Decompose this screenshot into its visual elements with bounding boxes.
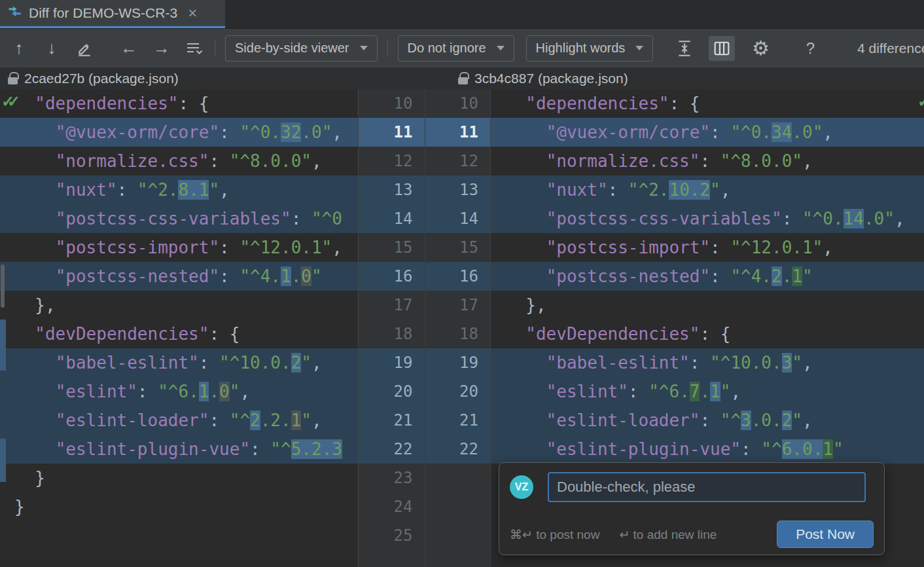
code-line[interactable]: "babel-eslint": "^10.0.2",	[0, 348, 358, 377]
comment-input[interactable]	[548, 472, 866, 502]
gutter-row: 23	[359, 464, 490, 492]
code-line[interactable]: "babel-eslint": "^10.0.3",	[491, 348, 924, 377]
diff-icon	[8, 6, 22, 20]
gutter-row: 1414	[359, 204, 490, 233]
gutter-row: 1818	[359, 320, 490, 348]
left-file-header: 2caed27b (package.json)	[8, 68, 179, 89]
code-line[interactable]: "nuxt": "^2.8.1",	[0, 175, 358, 204]
code-line[interactable]: "@vuex-orm/core": "^0.34.0",	[491, 118, 924, 147]
code-line[interactable]: "eslint-loader": "^2.2.1",	[0, 406, 358, 435]
approved-check-icon: ✓✓	[1, 92, 13, 111]
scrollbar-thumb[interactable]	[1, 265, 5, 308]
code-line[interactable]: "normalize.css": "^8.0.0",	[0, 147, 358, 175]
code-line[interactable]	[0, 521, 358, 550]
post-now-button[interactable]: Post Now	[777, 521, 874, 548]
comment-popup: VZ ⌘↵ to post now ↵ to add new line Post…	[499, 462, 885, 555]
diff-editor: "dependencies": { "@vuex-orm/core": "^0.…	[0, 89, 924, 567]
change-marker	[0, 439, 6, 482]
right-file-header: 3cb4c887 (package.json)	[458, 68, 628, 89]
ignore-policy-dropdown[interactable]: Do not ignore	[398, 35, 514, 62]
code-line[interactable]: "dependencies": {	[491, 89, 924, 118]
gutter-row: 2222	[359, 435, 490, 464]
ignore-policy-label: Do not ignore	[408, 41, 486, 56]
gutter-row: 1313	[359, 175, 490, 204]
lock-icon	[458, 77, 468, 84]
differences-count: 4 differences	[857, 41, 924, 56]
toolbar-separator	[215, 40, 215, 57]
code-line[interactable]: "normalize.css": "^8.0.0",	[491, 147, 924, 175]
code-line[interactable]: "postcss-nested": "^4.2.1"	[491, 262, 924, 291]
gutter-row: 2020	[359, 377, 490, 406]
gutter-row: 1616	[359, 262, 490, 291]
close-tab-icon[interactable]: ×	[188, 5, 197, 21]
help-icon[interactable]: ?	[794, 34, 826, 63]
highlight-mode-label: Highlight words	[536, 41, 626, 56]
settings-gear-icon[interactable]: ⚙	[744, 34, 777, 63]
comment-input-row: VZ	[510, 472, 874, 502]
right-file-label: 3cb4c887 (package.json)	[474, 71, 628, 86]
two-side-viewer-toggle[interactable]	[709, 36, 735, 61]
code-line[interactable]: "devDependencies": {	[0, 320, 358, 348]
gutter-row: 1717	[359, 291, 490, 320]
chevron-down-icon	[497, 46, 505, 50]
post-shortcut-hint: ⌘↵ to post now	[510, 527, 599, 542]
code-line[interactable]: "postcss-css-variables": "^0	[0, 204, 358, 233]
diff-tab[interactable]: Diff for DEMO-WS-CR-3 ×	[0, 0, 225, 28]
gutter-row: 1010	[359, 89, 490, 118]
chevron-down-icon	[635, 46, 643, 50]
edit-icon[interactable]	[68, 34, 101, 63]
avatar: VZ	[510, 475, 533, 499]
code-line[interactable]: "eslint-plugin-vue": "^5.2.3	[0, 435, 358, 464]
code-line[interactable]: "nuxt": "^2.10.2",	[491, 175, 924, 204]
gutter-row: 24	[359, 492, 490, 521]
forward-icon[interactable]: →	[145, 34, 178, 63]
file-headers: 2caed27b (package.json) 3cb4c887 (packag…	[0, 68, 924, 89]
code-line[interactable]: "postcss-import": "^12.0.1",	[491, 233, 924, 262]
center-gutter: 1010111112121313141415151616171718181919…	[358, 89, 491, 567]
left-file-label: 2caed27b (package.json)	[24, 71, 179, 86]
code-line[interactable]: "postcss-nested": "^4.1.0"	[0, 262, 358, 291]
next-difference-icon[interactable]: ↓	[35, 34, 68, 63]
tab-title: Diff for DEMO-WS-CR-3	[29, 5, 177, 21]
shortcut-hints: ⌘↵ to post now ↵ to add new line	[510, 527, 717, 542]
code-line[interactable]: "eslint": "^6.7.1",	[491, 377, 924, 406]
code-line[interactable]: "dependencies": {	[0, 89, 358, 118]
collapse-unchanged-icon[interactable]	[668, 34, 701, 63]
code-line[interactable]: "eslint-loader": "^3.0.2",	[491, 406, 924, 435]
newline-shortcut-hint: ↵ to add new line	[619, 527, 717, 542]
approved-check-icon: ✓	[917, 92, 924, 111]
back-icon[interactable]: ←	[113, 34, 145, 63]
toolbar-separator	[387, 40, 388, 57]
code-line[interactable]: "postcss-import": "^12.0.1",	[0, 233, 358, 262]
code-line[interactable]: }	[0, 464, 358, 492]
gutter-row: 1515	[359, 233, 490, 262]
comment-actions-row: ⌘↵ to post now ↵ to add new line Post No…	[510, 521, 874, 548]
code-line[interactable]: "postcss-css-variables": "^0.14.0",	[491, 204, 924, 233]
gutter-row: 25	[359, 521, 490, 550]
highlight-mode-dropdown[interactable]: Highlight words	[526, 35, 654, 62]
code-line[interactable]: }	[0, 492, 358, 521]
left-pane[interactable]: "dependencies": { "@vuex-orm/core": "^0.…	[0, 89, 358, 567]
code-line[interactable]: },	[0, 291, 358, 320]
changes-list-icon[interactable]	[178, 34, 211, 63]
code-line[interactable]: "@vuex-orm/core": "^0.32.0",	[0, 118, 358, 147]
gutter-row: 1212	[359, 147, 490, 175]
gutter-row: 1919	[359, 348, 490, 377]
lock-icon	[8, 77, 18, 84]
tab-bar: Diff for DEMO-WS-CR-3 ×	[0, 0, 924, 29]
viewer-mode-dropdown[interactable]: Side-by-side viewer	[225, 35, 378, 62]
change-marker	[0, 320, 6, 371]
chevron-down-icon	[360, 46, 368, 50]
viewer-mode-label: Side-by-side viewer	[235, 41, 349, 56]
code-line[interactable]: "eslint": "^6.1.0",	[0, 377, 358, 406]
code-line[interactable]: },	[491, 291, 924, 320]
code-line[interactable]: "eslint-plugin-vue": "^6.0.1"	[491, 435, 924, 464]
previous-difference-icon[interactable]: ↑	[3, 34, 35, 63]
gutter-row: 1111	[359, 118, 490, 147]
diff-toolbar: ↑ ↓ ← → Side-by-side viewer Do not ignor…	[0, 29, 924, 68]
code-line[interactable]: "devDependencies": {	[491, 320, 924, 348]
gutter-row: 2121	[359, 406, 490, 435]
